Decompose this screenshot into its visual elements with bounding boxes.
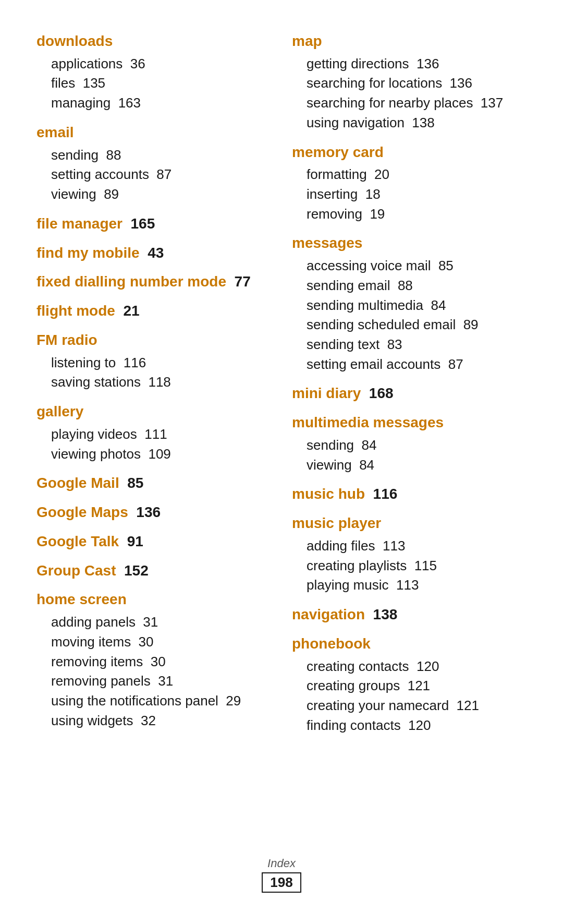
category-label-music-hub: music hub [292,486,365,502]
sub-item-email-0: sending 88 [36,146,271,165]
category-entry-downloads: downloads [36,31,271,51]
index-section-file-manager: file manager 165 [36,214,271,234]
sub-item-music-player-1: creating playlists 115 [292,556,527,576]
category-entry-fixed-dialling-number: fixed dialling number mode 77 [36,272,271,292]
left-column: downloadsapplications 36files 135managin… [36,31,271,745]
sub-item-phonebook-2: creating your namecard 121 [292,696,527,716]
sub-item-map-0: getting directions 136 [292,54,527,74]
category-entry-map: map [292,31,527,51]
index-section-email: emailsending 88setting accounts 87viewin… [36,123,271,205]
sub-item-messages-2: sending multimedia 84 [292,296,527,316]
category-label-fm-radio: FM radio [36,330,271,350]
category-entry-multimedia-messages: multimedia messages [292,413,527,433]
category-entry-music-player: music player [292,513,527,533]
sub-item-home-screen-4: using the notifications panel 29 [36,691,271,711]
category-entry-gallery: gallery [36,402,271,422]
index-section-google-mail: Google Mail 85 [36,473,271,493]
category-label-fixed-dialling-number: fixed dialling number mode [36,273,226,290]
category-entry-messages: messages [292,233,527,253]
category-entry-flight-mode: flight mode 21 [36,301,271,321]
sub-item-messages-4: sending text 83 [292,335,527,355]
sub-item-messages-5: setting email accounts 87 [292,355,527,375]
sub-item-fm-radio-1: saving stations 118 [36,373,271,392]
index-section-find-my-mobile: find my mobile 43 [36,243,271,263]
sub-item-home-screen-1: moving items 30 [36,632,271,652]
sub-item-home-screen-5: using widgets 32 [36,711,271,731]
sub-item-memory-card-1: inserting 18 [292,185,527,205]
category-page-find-my-mobile: 43 [140,245,164,261]
index-section-gallery: galleryplaying videos 111viewing photos … [36,402,271,464]
sub-item-messages-0: accessing voice mail 85 [292,256,527,276]
sub-item-gallery-0: playing videos 111 [36,425,271,445]
category-page-file-manager: 165 [123,215,155,232]
sub-item-memory-card-2: removing 19 [292,205,527,224]
sub-item-map-3: using navigation 138 [292,113,527,133]
category-label-phonebook: phonebook [292,634,527,654]
category-label-gallery: gallery [36,402,271,422]
sub-item-phonebook-3: finding contacts 120 [292,716,527,736]
category-entry-home-screen: home screen [36,590,271,609]
category-entry-google-maps: Google Maps 136 [36,502,271,522]
category-page-mini-diary: 168 [361,385,393,401]
category-entry-google-talk: Google Talk 91 [36,532,271,551]
index-section-navigation: navigation 138 [292,605,527,625]
category-label-music-player: music player [292,513,527,533]
sub-item-phonebook-1: creating groups 121 [292,676,527,696]
sub-item-email-2: viewing 89 [36,185,271,205]
sub-item-fm-radio-0: listening to 116 [36,353,271,373]
right-column: mapgetting directions 136searching for l… [292,31,527,745]
sub-item-home-screen-2: removing items 30 [36,652,271,672]
category-label-google-talk: Google Talk [36,533,119,549]
sub-item-multimedia-messages-1: viewing 84 [292,455,527,475]
category-label-multimedia-messages: multimedia messages [292,413,527,433]
category-entry-fm-radio: FM radio [36,330,271,350]
category-entry-navigation: navigation 138 [292,605,527,625]
category-entry-memory-card: memory card [292,142,527,162]
sub-item-phonebook-0: creating contacts 120 [292,657,527,677]
category-entry-mini-diary: mini diary 168 [292,383,527,403]
category-label-flight-mode: flight mode [36,303,115,319]
footer-label: Index [0,857,563,870]
category-label-home-screen: home screen [36,590,271,609]
index-section-fixed-dialling-number: fixed dialling number mode 77 [36,272,271,292]
category-label-google-mail: Google Mail [36,475,119,491]
category-label-map: map [292,31,527,51]
index-columns: downloadsapplications 36files 135managin… [36,31,527,745]
category-label-mini-diary: mini diary [292,385,361,401]
category-page-flight-mode: 21 [115,303,140,319]
sub-item-email-1: setting accounts 87 [36,165,271,185]
category-page-music-hub: 116 [365,486,397,502]
footer: Index 198 [0,857,563,893]
category-page-google-mail: 85 [119,475,144,491]
category-entry-file-manager: file manager 165 [36,214,271,234]
sub-item-home-screen-0: adding panels 31 [36,613,271,632]
footer-page: 198 [262,872,301,893]
sub-item-messages-1: sending email 88 [292,276,527,296]
category-entry-phonebook: phonebook [292,634,527,654]
category-label-email: email [36,123,271,142]
index-section-flight-mode: flight mode 21 [36,301,271,321]
index-section-fm-radio: FM radiolistening to 116saving stations … [36,330,271,392]
index-section-multimedia-messages: multimedia messagessending 84viewing 84 [292,413,527,475]
index-section-mini-diary: mini diary 168 [292,383,527,403]
index-section-google-talk: Google Talk 91 [36,532,271,551]
sub-item-downloads-2: managing 163 [36,93,271,113]
category-label-memory-card: memory card [292,142,527,162]
sub-item-music-player-2: playing music 113 [292,575,527,595]
sub-item-multimedia-messages-0: sending 84 [292,436,527,455]
category-entry-find-my-mobile: find my mobile 43 [36,243,271,263]
category-page-fixed-dialling-number: 77 [226,273,251,290]
category-label-file-manager: file manager [36,215,123,232]
category-label-downloads: downloads [36,31,271,51]
index-section-home-screen: home screenadding panels 31moving items … [36,590,271,730]
sub-item-downloads-1: files 135 [36,74,271,93]
sub-item-music-player-0: adding files 113 [292,536,527,556]
category-entry-group-cast: Group Cast 152 [36,561,271,581]
category-label-find-my-mobile: find my mobile [36,245,140,261]
sub-item-downloads-0: applications 36 [36,54,271,74]
index-section-google-maps: Google Maps 136 [36,502,271,522]
index-section-music-hub: music hub 116 [292,484,527,504]
category-entry-google-mail: Google Mail 85 [36,473,271,493]
category-page-navigation: 138 [365,606,397,622]
category-page-google-maps: 136 [128,504,161,520]
